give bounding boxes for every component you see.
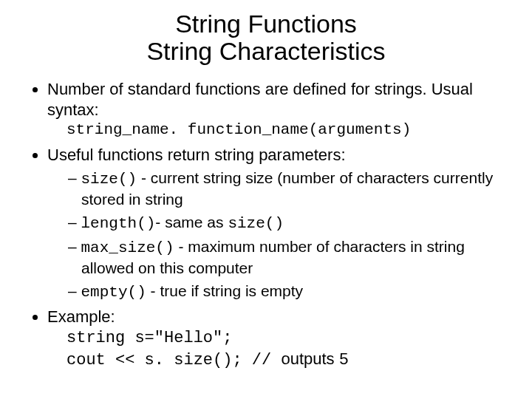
sub-1-code: size(): [81, 171, 137, 188]
example-line-2b: outputs: [281, 349, 338, 368]
bullet-1-syntax: string_name. function_name(arguments): [47, 120, 510, 140]
bullet-2: Useful functions return string parameter…: [47, 145, 510, 302]
sub-list: size() - current string size (number of …: [47, 168, 510, 302]
sub-3-code: max_size(): [81, 239, 174, 256]
sub-2-code2: size(): [228, 215, 284, 232]
sub-2-code: length(): [81, 215, 156, 232]
sub-3: max_size() - maximum number of character…: [68, 237, 510, 279]
bullet-3: Example: string s="Hello"; cout << s. si…: [47, 307, 510, 370]
bullet-1: Number of standard functions are defined…: [47, 79, 510, 140]
sub-2-mid: - same as: [155, 214, 228, 231]
example-line-1: string s="Hello";: [47, 328, 510, 349]
title-line-2: String Characteristics: [146, 37, 385, 65]
bullet-3-text: Example:: [47, 307, 115, 326]
example-line-2: cout << s. size(); // outputs 5: [47, 349, 510, 371]
title-line-1: String Functions: [175, 10, 357, 38]
sub-1-rest: - current string size (number of charact…: [81, 169, 493, 208]
sub-2: length()- same as size(): [68, 213, 510, 234]
sub-4: empty() - true if string is empty: [68, 282, 510, 303]
example-line-2a: cout << s. size(); //: [66, 351, 281, 369]
sub-4-code: empty(): [81, 284, 146, 301]
bullet-list: Number of standard functions are defined…: [22, 79, 510, 371]
slide-title: String Functions String Characteristics: [22, 10, 510, 66]
bullet-2-text: Useful functions return string parameter…: [47, 146, 346, 164]
sub-1: size() - current string size (number of …: [68, 168, 510, 210]
example-line-2c: 5: [339, 351, 349, 369]
bullet-1-text: Number of standard functions are defined…: [47, 80, 473, 119]
slide: String Functions String Characteristics …: [0, 0, 532, 399]
sub-4-rest: - true if string is empty: [146, 282, 303, 299]
